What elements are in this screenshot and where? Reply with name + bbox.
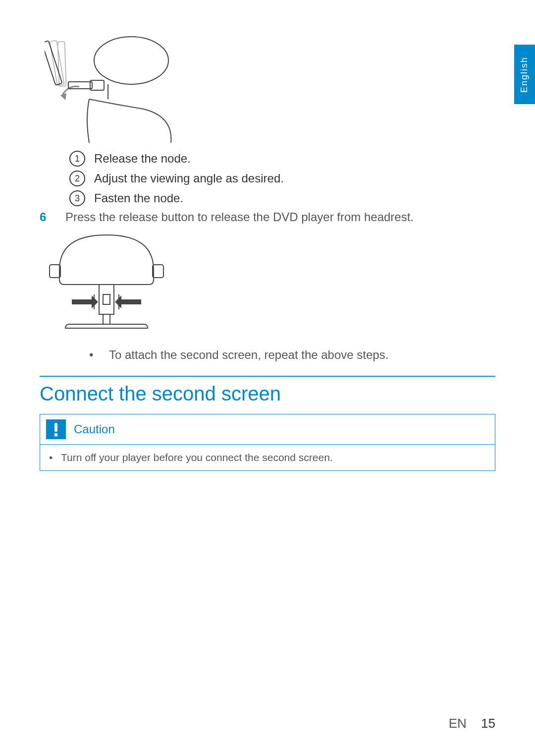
circled-number-icon: 3 (69, 190, 85, 206)
caution-icon (46, 419, 66, 439)
headrest-release-illustration (45, 230, 495, 341)
main-step: 6 Press the release button to release th… (40, 210, 495, 224)
sub-step: 1 Release the node. (69, 151, 495, 167)
bullet-icon: • (89, 348, 109, 362)
svg-rect-8 (50, 265, 60, 278)
sub-step-text: Release the node. (94, 152, 191, 166)
sub-step-list: 1 Release the node. 2 Adjust the viewing… (69, 151, 495, 206)
section-divider (40, 376, 495, 377)
circled-number-icon: 2 (69, 171, 85, 186)
footer-page-number: 15 (481, 716, 495, 731)
svg-marker-3 (60, 93, 66, 100)
sub-step-text: Fasten the node. (94, 191, 183, 205)
svg-point-19 (54, 433, 58, 437)
svg-point-6 (94, 37, 168, 84)
svg-rect-9 (153, 265, 163, 278)
sub-step-text: Adjust the viewing angle as desired. (94, 172, 284, 185)
page-footer: EN 15 (449, 716, 495, 731)
svg-rect-0 (50, 40, 64, 85)
headrest-adjust-illustration (45, 35, 495, 146)
circled-number-icon: 1 (69, 151, 85, 167)
svg-rect-18 (54, 423, 57, 432)
step-number: 6 (40, 210, 65, 224)
language-tab: English (514, 45, 535, 104)
manual-page: English (0, 0, 535, 756)
sub-step: 3 Fasten the node. (69, 190, 495, 206)
caution-title: Caution (74, 422, 115, 436)
caution-text: Turn off your player before you connect … (61, 452, 333, 464)
caution-header: Caution (40, 414, 495, 445)
step-text: Press the release button to release the … (65, 210, 414, 224)
footer-language: EN (449, 716, 467, 731)
bullet-icon: • (49, 452, 61, 464)
caution-box: Caution • Turn off your player before yo… (40, 414, 495, 471)
svg-rect-11 (103, 294, 110, 304)
caution-body: • Turn off your player before you connec… (40, 445, 495, 470)
svg-rect-10 (99, 285, 114, 314)
language-label: English (520, 56, 530, 92)
bullet-text: To attach the second screen, repeat the … (109, 348, 388, 362)
bullet-note: • To attach the second screen, repeat th… (89, 348, 495, 362)
sub-step: 2 Adjust the viewing angle as desired. (69, 171, 495, 186)
section-heading: Connect the second screen (40, 383, 495, 405)
svg-rect-1 (57, 42, 66, 86)
